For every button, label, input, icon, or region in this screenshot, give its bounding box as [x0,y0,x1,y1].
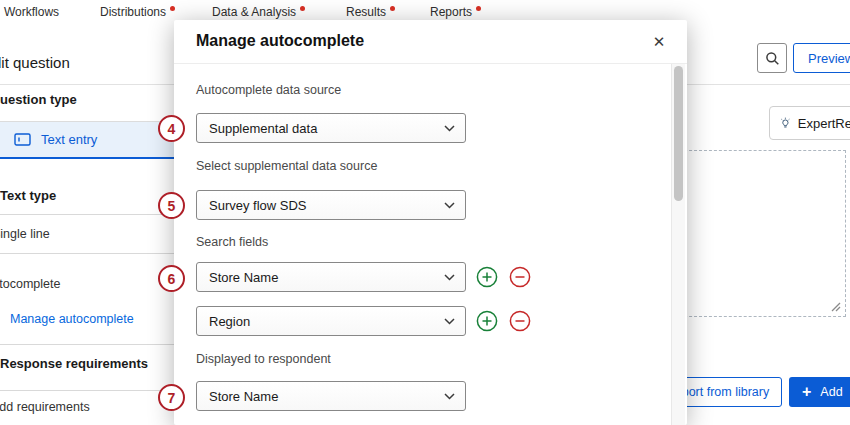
select-value: Supplemental data [209,121,317,136]
text-type-heading: Text type [0,188,56,203]
resize-handle-icon[interactable] [830,301,841,312]
divider [0,253,174,254]
question-type-value: Text entry [41,132,97,147]
chevron-down-icon [444,274,455,281]
notification-dot-icon [300,6,305,11]
chevron-down-icon [444,125,455,132]
preview-button[interactable]: Preview [793,43,850,73]
close-icon[interactable]: ✕ [647,30,671,54]
text-type-option-autocomplete[interactable]: Autocomplete [0,277,60,291]
add-search-field-button[interactable] [476,310,498,332]
select-value: Region [209,314,250,329]
divider [0,214,174,215]
add-requirements-item[interactable]: Add requirements [0,400,90,414]
add-question-button[interactable]: + Add [789,377,850,407]
lightbulb-icon [780,114,791,132]
preview-button-label: Preview [808,51,850,66]
divider [0,344,174,345]
search-icon [765,51,780,66]
minus-circle-icon [509,266,531,288]
chevron-down-icon [444,393,455,400]
sds-source-label: Select supplemental data source [196,159,377,173]
chevron-down-icon [444,202,455,209]
sds-source-select[interactable]: Survey flow SDS [196,190,466,220]
search-field-select-1[interactable]: Store Name [196,262,466,292]
remove-search-field-button[interactable] [509,266,531,288]
annotation-callout-6: 6 [158,265,185,292]
nav-tab-data-analysis[interactable]: Data & Analysis [212,5,305,19]
select-value: Survey flow SDS [209,198,307,213]
manage-autocomplete-modal: Manage autocomplete ✕ Autocomplete data … [174,20,687,425]
page-title: Edit question [0,54,70,71]
text-type-option-single-line[interactable]: Single line [0,227,50,241]
search-field-select-2[interactable]: Region [196,306,466,336]
search-fields-label: Search fields [196,235,268,249]
modal-scrollbar-track[interactable] [671,64,685,425]
expert-review-chip[interactable]: ExpertReview [769,106,850,140]
displayed-to-respondent-select[interactable]: Store Name [196,381,466,411]
question-type-heading: Question type [0,92,77,107]
app-page: Workflows Distributions Data & Analysis … [0,0,850,425]
displayed-to-respondent-label: Displayed to respondent [196,352,331,366]
notification-dot-icon [390,6,395,11]
annotation-callout-5: 5 [158,192,185,219]
annotation-callout-4: 4 [158,115,185,142]
select-value: Store Name [209,389,278,404]
chevron-down-icon [444,318,455,325]
divider [0,390,174,391]
add-button-label: Add [820,385,842,399]
add-search-field-button[interactable] [476,266,498,288]
modal-title: Manage autocomplete [196,32,364,50]
plus-circle-icon [476,266,498,288]
plus-icon: + [802,384,811,400]
response-requirements-heading: Response requirements [0,356,148,371]
nav-tab-results[interactable]: Results [346,5,395,19]
search-button[interactable] [757,43,787,73]
question-type-selector[interactable]: Text entry [0,121,174,159]
autocomplete-source-select[interactable]: Supplemental data [196,113,466,143]
plus-circle-icon [476,310,498,332]
nav-tab-reports[interactable]: Reports [430,5,481,19]
expert-review-label: ExpertReview [798,116,850,131]
manage-autocomplete-link[interactable]: Manage autocomplete [10,312,134,326]
question-edit-sidebar: Edit question Question type Text entry T… [0,0,174,425]
minus-circle-icon [509,310,531,332]
modal-scrollbar-thumb[interactable] [674,66,683,201]
select-value: Store Name [209,270,278,285]
text-entry-icon [14,132,31,147]
remove-search-field-button[interactable] [509,310,531,332]
modal-header: Manage autocomplete ✕ [174,20,687,64]
nav-tab-label: Data & Analysis [212,5,296,19]
nav-tab-label: Reports [430,5,472,19]
nav-tab-label: Results [346,5,386,19]
autocomplete-source-label: Autocomplete data source [196,83,341,97]
notification-dot-icon [476,6,481,11]
annotation-callout-7: 7 [158,384,185,411]
